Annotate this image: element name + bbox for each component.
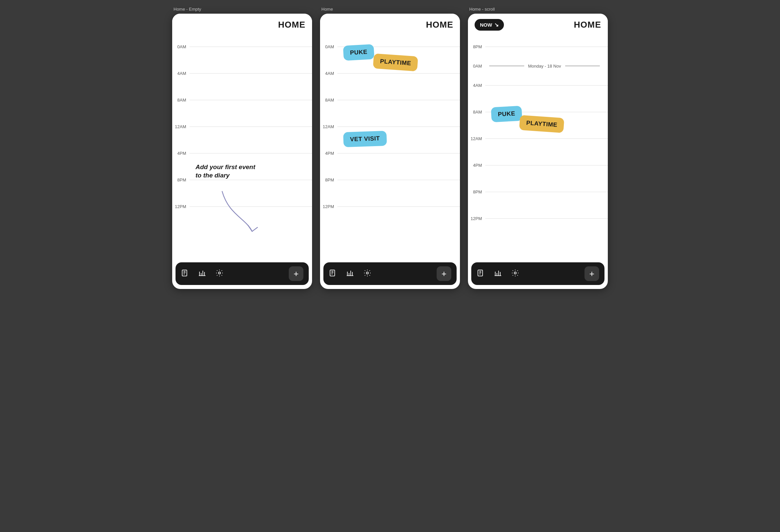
empty-hint-text: Add your first event to the diary [195,163,255,179]
time-label: 12AM [172,124,190,129]
time-row: 4PM [320,140,460,166]
bottom-bar-empty: + [176,262,309,285]
time-label: 8PM [172,177,190,182]
phone-header-home: HOME [320,14,460,33]
timeline-scroll: 8PM 0AM Monday - 18 Nov 4AM 8AM [468,33,608,260]
screen-label-empty: Home - Empty [172,7,312,12]
timeline-home: 0AM 4AM 8AM 12AM 4PM 8PM [320,33,460,260]
diary-icon[interactable] [329,269,337,279]
time-line [337,126,460,127]
add-button-empty[interactable]: + [289,266,303,281]
time-line [190,47,312,47]
time-row: 8AM [172,87,312,113]
now-button[interactable]: NOW ↘ [475,19,504,31]
settings-icon[interactable] [511,269,519,279]
time-label: 4AM [468,83,485,88]
time-row: 8PM [468,33,608,60]
diary-icon[interactable] [181,269,189,279]
time-label: 12PM [320,204,337,209]
timeline-empty: 0AM 4AM 8AM 12AM 4PM 8PM [172,33,312,260]
time-row: 0AM [172,33,312,60]
nav-icons-home [329,269,371,279]
time-row: 12PM [320,193,460,220]
bottom-bar-scroll: + [471,262,604,285]
screen-wrapper-home: Home HOME 0AM 4AM 8AM 12AM 4PM [320,7,460,289]
time-label: 4PM [172,151,190,156]
now-button-label: NOW [480,22,492,28]
bottom-bar-home: + [324,262,456,285]
time-line [485,139,608,139]
time-label: 12PM [468,216,485,221]
time-line [337,153,460,154]
time-row: 12AM [172,113,312,140]
time-label: 4PM [468,163,485,168]
time-line [190,153,312,154]
time-row: 4AM [172,60,312,87]
time-line [485,192,608,192]
event-puke[interactable]: PUKE [343,44,374,61]
day-divider-text: Monday - 18 Nov [524,64,565,68]
time-label: 8PM [468,190,485,195]
svg-point-29 [514,272,516,274]
chart-icon[interactable] [346,269,354,279]
time-label: 8AM [320,98,337,103]
event-playtime-scroll[interactable]: PLAYTIME [519,115,565,133]
phone-frame-home: HOME 0AM 4AM 8AM 12AM 4PM [320,14,460,289]
time-row: 8AM [320,87,460,113]
time-label: 0AM [320,44,337,49]
day-divider-line-left [489,66,524,66]
add-button-home[interactable]: + [437,266,451,281]
day-divider-line-right [565,66,600,66]
day-divider-content: Monday - 18 Nov [485,64,604,68]
time-line [485,85,608,86]
time-row: 12AM [320,113,460,140]
time-label: 4AM [172,71,190,76]
time-label: 8PM [320,177,337,182]
screen-label-home: Home [320,7,460,12]
time-row: 8PM [468,178,608,205]
time-line [190,180,312,180]
time-label-0am: 0AM [468,64,485,68]
time-row: 4PM [172,140,312,166]
settings-icon[interactable] [215,269,224,279]
time-row: 8PM [320,166,460,193]
time-label: 4AM [320,71,337,76]
time-line [485,165,608,165]
event-vet-visit[interactable]: VET VISIT [343,131,387,147]
home-title-home: HOME [426,20,453,30]
phone-frame-scroll: NOW ↘ HOME 8PM 0AM Monday - 18 Nov 4AM [468,14,608,289]
time-row: 4PM [468,152,608,178]
screen-wrapper-scroll: Home - scroll NOW ↘ HOME 8PM 0AM Monday … [468,7,608,289]
time-line [190,100,312,100]
time-label: 4PM [320,151,337,156]
time-label: 12AM [468,136,485,141]
phone-frame-empty: HOME 0AM 4AM 8AM 12AM 4PM [172,14,312,289]
time-line [485,218,608,219]
chart-icon[interactable] [494,269,502,279]
time-label: 8AM [468,110,485,114]
time-line [485,47,608,47]
settings-icon[interactable] [363,269,371,279]
home-title-scroll: HOME [574,20,601,30]
phone-header-empty: HOME [172,14,312,33]
time-line [337,100,460,100]
event-puke-scroll[interactable]: PUKE [491,106,522,122]
time-line [337,180,460,180]
now-arrow-icon: ↘ [494,22,498,28]
time-label: 0AM [172,44,190,49]
nav-icons-scroll [477,269,519,279]
empty-hint: Add your first event to the diary [195,163,255,179]
add-button-scroll[interactable]: + [585,266,599,281]
phone-header-scroll: NOW ↘ HOME [468,14,608,33]
event-playtime[interactable]: PLAYTIME [373,53,418,71]
chart-icon[interactable] [198,269,206,279]
screen-label-scroll: Home - scroll [468,7,608,12]
time-line [190,126,312,127]
svg-point-9 [218,272,221,274]
time-row: 4AM [468,72,608,99]
time-label: 12AM [320,124,337,129]
time-label: 12PM [172,204,190,209]
time-line [337,73,460,73]
nav-icons-empty [181,269,224,279]
diary-icon[interactable] [477,269,485,279]
